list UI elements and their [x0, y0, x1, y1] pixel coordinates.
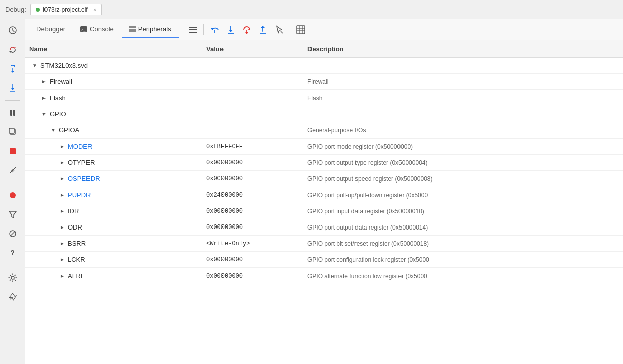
- table-body: STM32L0x3.svdFirewallFirewallFlashFlashG…: [25, 58, 623, 284]
- svg-marker-6: [11, 88, 14, 90]
- svg-marker-37: [261, 26, 265, 28]
- table-row[interactable]: MODER0xEBFFFCFFGPIO port mode register (…: [25, 139, 623, 155]
- table-row[interactable]: LCKR0x00000000GPIO port configuration lo…: [25, 252, 623, 268]
- help-icon[interactable]: ?: [4, 244, 22, 262]
- table-row[interactable]: PUPDR0x24000000GPIO port pull-up/pull-do…: [25, 187, 623, 203]
- cell-value-ospeedr: 0x0C000000: [202, 175, 303, 183]
- svg-rect-7: [10, 110, 12, 116]
- cursor-button[interactable]: [272, 23, 287, 37]
- cell-value-idr: 0x00000000: [202, 208, 303, 215]
- table-row[interactable]: OSPEEDR0x0C000000GPIO port output speed …: [25, 171, 623, 187]
- step-over-button[interactable]: [239, 23, 254, 37]
- column-name-header: Name: [25, 45, 202, 53]
- table-view-button[interactable]: [293, 23, 308, 37]
- row-name-ospeedr: OSPEEDR: [68, 175, 100, 183]
- table-row[interactable]: STM32L0x3.svd: [25, 58, 623, 74]
- cell-name: OSPEEDR: [25, 175, 202, 183]
- content-area: Debugger >_ Console Peripherals: [25, 19, 623, 364]
- cell-name: LCKR: [25, 256, 202, 263]
- svg-rect-10: [9, 128, 14, 133]
- settings-icon[interactable]: [4, 268, 22, 287]
- tree-arrow-stm32[interactable]: [31, 62, 38, 69]
- tree-arrow-odr[interactable]: [59, 224, 66, 231]
- row-name-gpioa: GPIOA: [59, 126, 79, 134]
- table-row[interactable]: GPIO: [25, 106, 623, 122]
- step-over-icon[interactable]: [4, 60, 22, 78]
- cell-value-lckr: 0x00000000: [202, 256, 303, 263]
- svg-marker-33: [248, 28, 250, 30]
- refresh-icon[interactable]: [4, 40, 22, 59]
- resume-icon[interactable]: [4, 21, 22, 39]
- step-out-button[interactable]: [255, 23, 271, 37]
- cell-desc-bsrr: GPIO port bit set/reset register (0x5000…: [303, 240, 623, 247]
- tab-filename: l073rz-project.elf: [43, 6, 88, 13]
- svg-marker-28: [211, 28, 214, 30]
- stop-icon[interactable]: [4, 142, 22, 160]
- no-icon[interactable]: [4, 224, 22, 243]
- tab-console[interactable]: >_ Console: [73, 21, 121, 38]
- step-into-button[interactable]: [223, 23, 238, 37]
- tree-arrow-moder[interactable]: [59, 143, 66, 150]
- breakpoint-icon[interactable]: [4, 186, 22, 204]
- tree-arrow-otyper[interactable]: [59, 159, 66, 166]
- table-row[interactable]: FirewallFirewall: [25, 74, 623, 90]
- cell-name: STM32L0x3.svd: [25, 62, 202, 69]
- table-row[interactable]: IDR0x00000000GPIO port input data regist…: [25, 203, 623, 219]
- cell-desc-lckr: GPIO port configuration lock register (0…: [303, 256, 623, 263]
- cell-desc-pupdr: GPIO port pull-up/pull-down register (0x…: [303, 192, 623, 199]
- row-name-gpio: GPIO: [50, 110, 66, 118]
- step-return-button[interactable]: [207, 23, 222, 37]
- row-name-afrl: AFRL: [68, 272, 84, 280]
- sidebar-divider-3: [5, 265, 20, 265]
- table-row[interactable]: FlashFlash: [25, 90, 623, 106]
- title-bar: Debug: l073rz-project.elf ×: [0, 0, 623, 19]
- filter-icon[interactable]: [4, 205, 22, 223]
- table-row[interactable]: BSRR<Write-Only>GPIO port bit set/reset …: [25, 236, 623, 252]
- table-header: Name Value Description: [25, 40, 623, 58]
- tree-arrow-ospeedr[interactable]: [59, 175, 66, 183]
- cell-name: IDR: [25, 207, 202, 215]
- tab-debugger[interactable]: Debugger: [29, 21, 72, 38]
- row-name-idr: IDR: [68, 207, 79, 215]
- file-tab[interactable]: l073rz-project.elf ×: [30, 4, 102, 15]
- cell-desc-gpioa: General-purpose I/Os: [303, 127, 623, 134]
- tree-arrow-pupdr[interactable]: [59, 192, 66, 199]
- tree-arrow-lckr[interactable]: [59, 256, 66, 263]
- sidebar-divider-1: [5, 100, 20, 101]
- cell-desc-moder: GPIO port mode register (0x50000000): [303, 143, 623, 150]
- table-row[interactable]: ODR0x00000000GPIO port output data regis…: [25, 219, 623, 236]
- table-row[interactable]: GPIOAGeneral-purpose I/Os: [25, 122, 623, 139]
- cell-name: BSRR: [25, 240, 202, 247]
- pin-icon[interactable]: [4, 288, 22, 306]
- tree-arrow-gpioa[interactable]: [50, 127, 57, 134]
- left-sidebar: ?: [0, 19, 25, 364]
- tree-arrow-flash[interactable]: [40, 95, 48, 102]
- table-row[interactable]: OTYPER0x00000000GPIO port output type re…: [25, 155, 623, 171]
- svg-marker-15: [9, 211, 16, 218]
- tab-close-button[interactable]: ×: [93, 7, 96, 13]
- disconnect-icon[interactable]: [4, 161, 22, 179]
- cell-desc-ospeedr: GPIO port output speed register (0x50000…: [303, 175, 623, 183]
- row-name-lckr: LCKR: [68, 256, 85, 263]
- hamburger-menu-button[interactable]: [185, 23, 200, 37]
- svg-rect-40: [297, 26, 305, 34]
- tree-arrow-afrl[interactable]: [59, 272, 66, 280]
- pause-icon[interactable]: [4, 104, 22, 122]
- row-name-firewall: Firewall: [50, 78, 72, 85]
- svg-point-18: [11, 276, 14, 279]
- cell-name: Flash: [25, 94, 202, 102]
- tree-arrow-idr[interactable]: [59, 208, 66, 215]
- tree-arrow-gpio[interactable]: [40, 111, 48, 118]
- column-value-header: Value: [202, 45, 303, 53]
- cell-desc-odr: GPIO port output data register (0x500000…: [303, 224, 623, 231]
- toolbar-separator-3: [290, 24, 290, 35]
- table-row[interactable]: AFRL0x00000000GPIO alternate function lo…: [25, 268, 623, 284]
- console-tab-label: Console: [90, 25, 114, 33]
- tree-arrow-firewall[interactable]: [40, 78, 48, 85]
- step-into-icon[interactable]: [4, 79, 22, 97]
- row-name-pupdr: PUPDR: [68, 191, 91, 199]
- tree-arrow-bsrr[interactable]: [59, 240, 66, 247]
- copy-icon[interactable]: [4, 123, 22, 141]
- tab-peripherals[interactable]: Peripherals: [122, 21, 179, 38]
- cell-name: Firewall: [25, 78, 202, 85]
